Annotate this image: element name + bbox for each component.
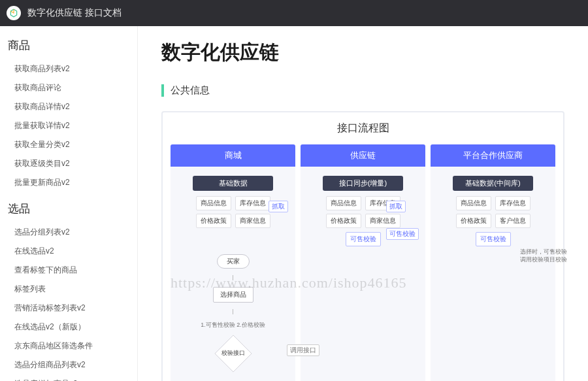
chip: 商品信息 [456,196,491,210]
chip: 价格政策 [326,214,361,228]
chip-outline: 可售校验 [476,232,511,246]
sidebar-item[interactable]: 获取逐级类目v2 [8,154,137,173]
sub-head: 接口同步(增量) [323,176,403,191]
chip: 价格政策 [196,214,231,228]
column-head: 商城 [171,144,295,167]
sidebar-item[interactable]: 选品分组列表v2 [8,223,137,242]
sidebar-item[interactable]: 查看标签下的商品 [8,261,137,280]
sidebar-item[interactable]: 获取全量分类v2 [8,135,137,154]
sidebar-item[interactable]: 获取商品详情v2 [8,97,137,116]
header-title: 数字化供应链 接口文档 [27,7,122,19]
sub-head: 基础数据(中间库) [453,176,533,191]
arrow-label: 可售校验 [386,228,419,240]
sidebar-group-selection: 选品 [8,201,137,216]
flow-note: 1.可售性校验 2.价格校验 [201,321,265,329]
sidebar-item[interactable]: 在线选品v2（新版） [8,318,137,337]
app-header: 数字化供应链 接口文档 [0,0,588,26]
section-heading: 公共信息 [161,84,564,97]
chip: 商家信息 [235,214,270,228]
diagram-column-mall: 商城 基础数据 商品信息库存信息 价格政策商家信息 买家 选择商品 1.可售性校… [171,144,295,381]
sidebar: 商品 获取商品列表v2 获取商品评论 获取商品详情v2 批量获取详情v2 获取全… [0,26,137,381]
flow-call-label: 调用接口 [287,344,319,356]
sidebar-item[interactable]: 标签列表 [8,280,137,299]
sidebar-item[interactable]: 选品库增加商品v2 [8,374,137,381]
app-logo [7,6,21,20]
buyer-flow: 买家 选择商品 1.可售性校验 2.价格校验 校验接口 [171,254,295,371]
diagram-title: 接口流程图 [171,122,555,135]
page-title: 数字化供应链 [161,39,564,66]
sidebar-item[interactable]: 批量获取详情v2 [8,116,137,135]
column-head: 供应链 [301,144,425,167]
chip: 商品信息 [196,196,231,210]
diagram-side-note: 选择时，可售校验 调用校验项目校验 [517,248,570,263]
arrow-label: 抓取 [386,201,406,212]
sidebar-item[interactable]: 获取商品评论 [8,78,137,97]
sidebar-item[interactable]: 营销活动标签列表v2 [8,299,137,318]
chip-outline: 可售校验 [346,232,381,246]
chip: 库存信息 [235,196,270,210]
sidebar-item[interactable]: 获取商品列表v2 [8,59,137,78]
chip: 价格政策 [456,214,491,228]
flow-step: 选择商品 [213,287,253,303]
main-content: 数字化供应链 公共信息 接口流程图 商城 基础数据 商品信息库存信息 价格政策商… [137,26,588,381]
flow-diagram: 接口流程图 商城 基础数据 商品信息库存信息 价格政策商家信息 买家 选择商品 … [161,111,564,381]
flow-diamond: 校验接口 [216,336,251,371]
chip: 库存信息 [495,196,531,210]
column-head: 平台合作供应商 [431,144,555,167]
sidebar-item[interactable]: 批量更新商品v2 [8,173,137,192]
chip: 客户信息 [495,214,531,228]
sidebar-group-products: 商品 [8,38,137,53]
sidebar-item[interactable]: 在线选品v2 [8,242,137,261]
sub-head: 基础数据 [193,176,273,191]
flow-start: 买家 [217,254,250,269]
sidebar-item[interactable]: 选品分组商品列表v2 [8,356,137,374]
sidebar-item[interactable]: 京东商品地区筛选条件 [8,337,137,356]
chip: 商品信息 [326,196,361,210]
arrow-label: 抓取 [269,201,288,212]
chip: 商家信息 [365,214,400,228]
